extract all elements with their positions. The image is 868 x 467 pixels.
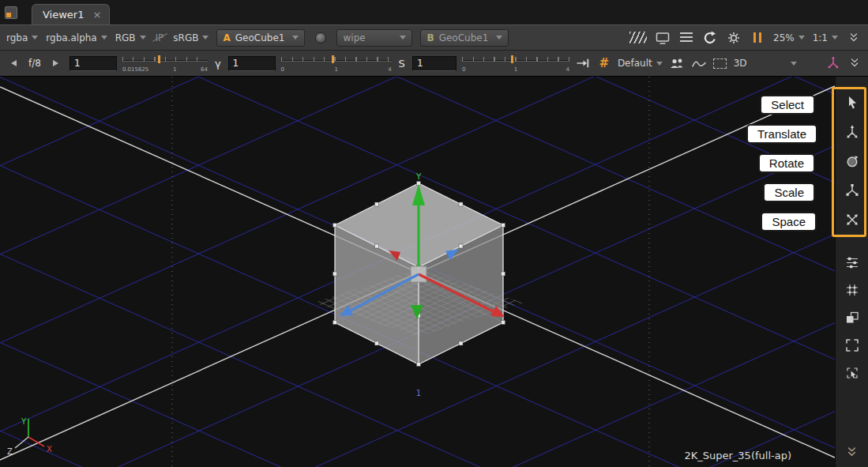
chevron-down-icon — [656, 62, 663, 66]
frame-brackets-icon — [844, 337, 860, 353]
rotate-tool-button[interactable] — [840, 149, 865, 174]
tab-close-icon[interactable]: × — [92, 9, 101, 20]
gain-slider-handle[interactable] — [158, 55, 160, 63]
select-tool-button[interactable] — [840, 90, 865, 115]
gamma-slider[interactable]: 014 — [281, 53, 392, 73]
chevron-down-icon — [798, 36, 805, 40]
chevron-down-icon — [101, 36, 107, 40]
collapse-sidebar-button[interactable] — [840, 440, 865, 464]
next-stop-button[interactable] — [48, 54, 64, 73]
input-process-toggle[interactable]: IP — [154, 32, 166, 43]
axis-x-label: X — [47, 445, 52, 454]
input-a-dropdown[interactable]: A GeoCube1 — [216, 29, 305, 47]
viewer-toolbar: rgba rgba.alpha RGB IP sRGB A GeoCube1 w… — [0, 24, 868, 51]
viewer-lut-dropdown[interactable]: sRGB — [173, 32, 209, 43]
tab-bar: Viewer1 × — [0, 0, 868, 24]
viewport-3d[interactable]: Y 1 Y X Z 2K_Super_35(full-ap) — [0, 77, 835, 467]
gain-input[interactable]: 1 — [70, 56, 117, 71]
pink-axis-icon — [825, 55, 841, 71]
occlusion-button[interactable] — [668, 54, 686, 73]
zoom-dropdown[interactable]: 25% — [773, 32, 805, 43]
scene-canvas[interactable]: Y 1 Y X Z — [0, 77, 835, 467]
viewer-window: Viewer1 × rgba rgba.alpha RGB IP sRGB A … — [0, 0, 868, 467]
gamma-slider-handle[interactable] — [332, 55, 334, 63]
frame-selection-button[interactable] — [840, 361, 865, 385]
chevron-down-icon — [400, 36, 406, 40]
pause-button[interactable] — [750, 28, 765, 47]
ab-blend-dial[interactable] — [313, 28, 329, 47]
double-chevron-down-icon — [845, 446, 859, 459]
rotate-icon — [844, 153, 860, 169]
stripes-icon — [629, 32, 647, 43]
chevron-down-icon — [140, 36, 146, 40]
double-chevron-down-icon — [847, 32, 860, 44]
callout-translate: Translate — [746, 124, 817, 144]
input-a-node: GeoCube1 — [235, 32, 288, 43]
selection-mode-button[interactable] — [840, 250, 865, 274]
chevron-down-icon — [32, 36, 38, 40]
lattice-icon — [844, 282, 860, 298]
chevron-down-icon — [292, 36, 299, 40]
refresh-button[interactable] — [702, 28, 718, 47]
alpha-layer-dropdown[interactable]: rgba.alpha — [46, 32, 107, 43]
tab-viewer1[interactable]: Viewer1 × — [32, 4, 110, 24]
grid-toggle-button[interactable]: # — [596, 54, 612, 73]
input-b-dropdown[interactable]: B GeoCube1 — [420, 29, 509, 47]
scale-icon — [844, 183, 860, 198]
handles-list-icon — [844, 254, 860, 270]
translate-tool-button[interactable] — [840, 119, 865, 145]
axis-y-label: Y — [21, 417, 27, 426]
collapse-exposure-button[interactable] — [847, 54, 862, 73]
prev-stop-button[interactable] — [6, 54, 21, 73]
space-tool-button[interactable] — [840, 207, 865, 232]
downrez-dropdown[interactable]: Default — [618, 58, 663, 69]
collapse-toolbar-button[interactable] — [846, 28, 862, 47]
marquee-icon — [713, 58, 727, 69]
frame-cursor-icon — [844, 365, 860, 381]
refresh-icon — [702, 30, 718, 46]
pane-menu-icon[interactable] — [5, 6, 17, 19]
marquee-select-button[interactable] — [712, 54, 728, 73]
object-selection-button[interactable] — [840, 333, 865, 357]
space-axes-icon — [844, 212, 860, 228]
face-selection-button[interactable] — [840, 306, 865, 330]
proxy-dropdown[interactable]: 1:1 — [813, 32, 838, 43]
chevron-down-icon — [832, 36, 838, 40]
input-b-letter: B — [426, 32, 434, 43]
gain-slider[interactable]: 0.015625164 — [122, 53, 208, 73]
fstop-label: f/8 — [28, 58, 41, 69]
callout-rotate: Rotate — [758, 153, 815, 173]
wipe-mode-dropdown[interactable]: wipe — [336, 29, 412, 47]
chevron-down-icon — [791, 62, 797, 66]
tab-title: Viewer1 — [43, 9, 84, 21]
dial-icon — [315, 32, 326, 43]
input-b-node: GeoCube1 — [439, 32, 492, 43]
format-label: 2K_Super_35(full-ap) — [684, 450, 791, 461]
chevron-down-icon — [202, 36, 209, 40]
display-mode-dropdown[interactable]: RGB — [115, 32, 146, 43]
pause-icon — [753, 32, 762, 43]
gamma-input[interactable]: 1 — [228, 56, 276, 71]
callout-select: Select — [760, 95, 815, 115]
settings-button[interactable] — [726, 28, 742, 47]
channels-dropdown[interactable]: rgba — [6, 32, 38, 43]
double-chevron-down-icon — [848, 57, 861, 70]
saturation-slider-handle[interactable] — [511, 55, 513, 63]
saturation-input[interactable]: 1 — [412, 56, 457, 71]
jump-to-end-icon — [576, 58, 590, 69]
wipe-pattern-button[interactable] — [629, 28, 647, 47]
curve-button[interactable] — [691, 54, 707, 73]
saturation-slider[interactable]: 014 — [462, 53, 569, 73]
callout-space: Space — [761, 212, 817, 232]
grid-unit-label: 1 — [416, 389, 421, 397]
vertex-selection-button[interactable] — [840, 278, 865, 302]
wave-icon — [691, 58, 707, 69]
view-mode-dropdown[interactable]: 3D — [734, 58, 797, 69]
gizmo-mode-button[interactable] — [825, 54, 841, 73]
list-button[interactable] — [678, 28, 694, 47]
goto-input-button[interactable] — [575, 54, 591, 73]
monitor-out-button[interactable] — [655, 28, 671, 47]
cursor-icon — [844, 95, 860, 111]
scale-tool-button[interactable] — [840, 178, 865, 203]
triangle-left-icon — [11, 60, 17, 66]
